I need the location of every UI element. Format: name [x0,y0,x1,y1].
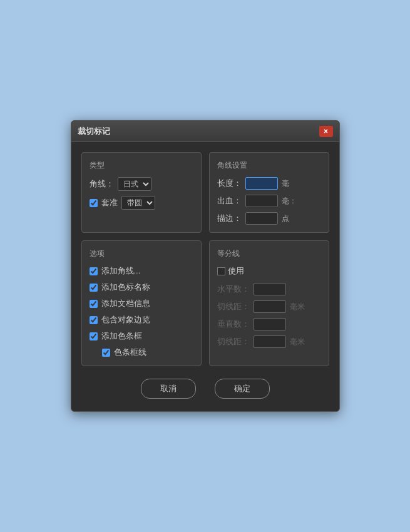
h-count-input: 2 [254,283,286,295]
option-label-3: 包含对象边览 [101,314,150,325]
options-panel: 选项 添加角线... 添加色标名称 添加文档信息 包含对象边览 [81,240,202,366]
stroke-unit: 点 [282,213,289,224]
h-count-label: 水平数： [217,284,250,295]
length-input[interactable]: 6 [245,177,278,190]
option-checkbox-3[interactable] [90,316,98,324]
length-unit: 毫 [282,178,289,189]
bleed-input[interactable]: 3 [245,195,278,207]
title-bar: 裁切标记 × [71,121,339,142]
bleed-label: 出血： [217,195,242,207]
corner-label: 角线： [90,178,114,190]
corner-row: 角线： 日式 美式 英式 [90,177,193,191]
option-item-4: 添加色条框 [90,330,193,342]
content-area: 类型 角线： 日式 美式 英式 套准 带圆 普通 [71,142,339,411]
option-label-0: 添加角线... [101,265,141,277]
option-label-2: 添加文档信息 [101,298,150,309]
type-panel-title: 类型 [90,160,193,171]
v-count-row: 垂直数： 4 [217,318,321,330]
v-dist-row: 切线距： 6 毫米 [217,335,321,348]
type-panel: 类型 角线： 日式 美式 英式 套准 带圆 普通 [81,152,202,233]
stroke-input[interactable]: 0.25 [245,212,278,225]
corner-settings-title: 角线设置 [217,160,321,171]
close-button[interactable]: × [319,126,333,137]
use-row: 使用 [217,265,321,277]
h-dist-label: 切线距： [217,301,250,312]
v-dist-unit: 毫米 [290,337,305,347]
divider-panel: 等分线 使用 水平数： 2 切线距： 6 毫米 垂直数： 4 [209,240,329,366]
length-row: 长度： 6 毫 [217,177,321,190]
option-label-4: 添加色条框 [101,330,142,342]
options-title: 选项 [90,248,193,259]
option-item-2: 添加文档信息 [90,298,193,309]
v-count-label: 垂直数： [217,319,250,330]
option-label-5: 色条框线 [114,347,146,358]
register-label: 套准 [101,197,118,208]
register-row: 套准 带圆 普通 [90,196,193,210]
corner-select[interactable]: 日式 美式 英式 [118,177,151,191]
option-item-0: 添加角线... [90,265,193,277]
bottom-panels: 选项 添加角线... 添加色标名称 添加文档信息 包含对象边览 [81,240,329,366]
option-item-1: 添加色标名称 [90,282,193,293]
option-item-5: 色条框线 [102,347,193,358]
h-dist-row: 切线距： 6 毫米 [217,300,321,313]
option-checkbox-0[interactable] [90,267,98,275]
stroke-row: 描边： 0.25 点 [217,212,321,225]
option-checkbox-5[interactable] [102,349,110,357]
option-checkbox-4[interactable] [90,332,98,340]
option-checkbox-1[interactable] [90,284,98,292]
divider-title: 等分线 [217,248,321,259]
use-checkbox-box[interactable] [217,267,225,275]
h-dist-unit: 毫米 [290,302,305,312]
register-checkbox[interactable] [90,199,98,207]
option-item-3: 包含对象边览 [90,314,193,325]
bleed-unit: 毫： [282,196,297,207]
v-count-input: 4 [254,318,286,330]
option-checkbox-2[interactable] [90,300,98,308]
bleed-row: 出血： 3 毫： [217,195,321,207]
top-panels: 类型 角线： 日式 美式 英式 套准 带圆 普通 [81,152,329,233]
window-title: 裁切标记 [78,126,110,137]
cancel-button[interactable]: 取消 [141,379,196,399]
h-count-row: 水平数： 2 [217,283,321,295]
option-label-1: 添加色标名称 [101,282,150,293]
v-dist-input: 6 [254,335,286,348]
use-label: 使用 [228,265,244,277]
stroke-label: 描边： [217,213,242,224]
register-type-select[interactable]: 带圆 普通 [121,196,155,210]
h-dist-input: 6 [254,300,286,313]
ok-button[interactable]: 确定 [215,379,270,399]
corner-settings-panel: 角线设置 长度： 6 毫 出血： 3 毫： 描边： 0.25 点 [209,152,329,233]
main-window: 裁切标记 × 类型 角线： 日式 美式 英式 套准 [71,120,340,412]
buttons-area: 取消 确定 [81,374,329,401]
length-label: 长度： [217,178,242,189]
v-dist-label: 切线距： [217,336,250,347]
